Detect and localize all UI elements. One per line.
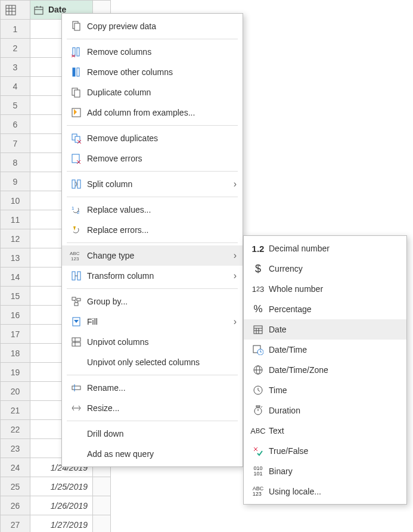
type-text[interactable]: ABC Text xyxy=(244,421,406,441)
svg-rect-12 xyxy=(77,48,79,56)
type-currency[interactable]: $ Currency xyxy=(244,259,406,279)
svg-rect-28 xyxy=(72,180,75,188)
locale-icon: ABC123 xyxy=(250,486,266,497)
date-cell[interactable]: 1/25/2019 xyxy=(30,477,93,496)
row-number[interactable]: 13 xyxy=(1,248,30,267)
menu-split-column[interactable]: Split column › xyxy=(62,174,243,194)
menu-remove-other-columns[interactable]: Remove other columns xyxy=(62,62,243,82)
svg-marker-20 xyxy=(74,109,77,115)
row-number[interactable]: 15 xyxy=(1,287,30,306)
type-binary[interactable]: 010101 Binary xyxy=(244,461,406,481)
datetime-icon xyxy=(253,344,263,355)
row-number[interactable]: 3 xyxy=(1,58,30,77)
currency-icon: $ xyxy=(250,263,266,275)
row-number[interactable]: 4 xyxy=(1,77,30,96)
menu-change-type[interactable]: ABC123 Change type › xyxy=(62,245,243,266)
row-number[interactable]: 1 xyxy=(1,20,30,39)
duration-icon xyxy=(253,405,263,416)
type-time[interactable]: Time xyxy=(244,380,406,400)
menu-drill-down[interactable]: Drill down xyxy=(62,424,243,444)
text-icon: ABC xyxy=(250,427,266,435)
menu-duplicate-column[interactable]: Duplicate column xyxy=(62,82,243,102)
svg-rect-35 xyxy=(72,272,75,280)
type-datetimezone[interactable]: Date/Time/Zone xyxy=(244,360,406,380)
menu-unpivot-selected[interactable]: Unpivot only selected columns xyxy=(62,352,243,372)
rename-icon xyxy=(71,382,82,393)
datetimezone-icon xyxy=(253,365,263,375)
calendar-icon xyxy=(34,5,44,15)
menu-add-as-query[interactable]: Add as new query xyxy=(62,444,243,464)
row-number[interactable]: 20 xyxy=(1,382,30,401)
menu-resize[interactable]: Resize... xyxy=(62,398,243,418)
menu-remove-columns[interactable]: Remove columns xyxy=(62,42,243,62)
row-number[interactable]: 18 xyxy=(1,344,30,363)
menu-fill[interactable]: Fill › xyxy=(62,312,243,332)
percentage-icon: % xyxy=(250,303,266,315)
type-datetime[interactable]: Date/Time xyxy=(244,340,406,360)
split-icon xyxy=(71,179,82,189)
menu-copy-preview[interactable]: Copy preview data xyxy=(62,16,243,36)
menu-add-from-examples[interactable]: Add column from examples... xyxy=(62,102,243,123)
date-cell[interactable]: 1/26/2019 xyxy=(30,496,93,515)
svg-rect-0 xyxy=(6,5,15,15)
row-number[interactable]: 7 xyxy=(1,134,30,153)
menu-rename[interactable]: Rename... xyxy=(62,378,243,398)
replace-vals-icon: 12 xyxy=(71,204,82,215)
type-using-locale[interactable]: ABC123 Using locale... xyxy=(244,481,406,502)
row-number[interactable]: 8 xyxy=(1,153,30,172)
duplicate-icon xyxy=(71,87,82,98)
row-number[interactable]: 21 xyxy=(1,401,30,420)
row-number[interactable]: 19 xyxy=(1,363,30,382)
row-number[interactable]: 24 xyxy=(1,458,30,477)
row-number[interactable]: 6 xyxy=(1,115,30,134)
menu-replace-values[interactable]: 12 Replace values... xyxy=(62,200,243,220)
menu-replace-errors[interactable]: Replace errors... xyxy=(62,220,243,240)
svg-rect-15 xyxy=(73,68,75,76)
type-whole[interactable]: 123 Whole number xyxy=(244,279,406,299)
type-percentage[interactable]: % Percentage xyxy=(244,299,406,319)
row-number[interactable]: 23 xyxy=(1,439,30,458)
date-cell[interactable]: 1/27/2019 xyxy=(30,515,93,533)
row-number[interactable]: 14 xyxy=(1,267,30,287)
row-number[interactable]: 5 xyxy=(1,96,30,115)
svg-text:1: 1 xyxy=(72,206,74,211)
row-number[interactable]: 22 xyxy=(1,420,30,439)
row-number[interactable]: 17 xyxy=(1,325,30,344)
remove-columns-icon xyxy=(71,46,82,57)
menu-remove-duplicates[interactable]: Remove duplicates xyxy=(62,128,243,148)
row-number[interactable]: 11 xyxy=(1,210,30,229)
svg-rect-10 xyxy=(74,23,80,30)
chevron-right-icon: › xyxy=(234,270,237,281)
remove-err-icon xyxy=(71,153,82,164)
svg-rect-40 xyxy=(74,303,78,306)
change-type-submenu: 1.2 Decimal number $ Currency 123 Whole … xyxy=(243,235,407,505)
grid-corner[interactable] xyxy=(1,1,30,20)
row-number[interactable]: 25 xyxy=(1,477,30,496)
type-date[interactable]: Date xyxy=(244,319,406,340)
svg-rect-16 xyxy=(77,68,79,76)
whole-icon: 123 xyxy=(250,285,266,294)
type-truefalse[interactable]: True/False xyxy=(244,441,406,461)
svg-rect-29 xyxy=(77,180,80,188)
svg-rect-68 xyxy=(256,406,260,407)
menu-transform-column[interactable]: Transform column › xyxy=(62,266,243,286)
row-number[interactable]: 2 xyxy=(1,39,30,58)
type-duration[interactable]: Duration xyxy=(244,400,406,421)
row-number[interactable]: 27 xyxy=(1,515,30,533)
row-number[interactable]: 26 xyxy=(1,496,30,515)
row-number[interactable]: 9 xyxy=(1,172,30,191)
row-number[interactable]: 16 xyxy=(1,306,30,325)
menu-unpivot[interactable]: Unpivot columns xyxy=(62,332,243,352)
menu-group-by[interactable]: Group by... xyxy=(62,291,243,312)
svg-line-41 xyxy=(74,300,76,303)
unpivot-icon xyxy=(71,337,82,347)
examples-icon xyxy=(71,107,82,118)
row-number[interactable]: 12 xyxy=(1,229,30,248)
svg-rect-51 xyxy=(254,326,262,334)
cell-extra xyxy=(93,477,111,496)
binary-icon: 010101 xyxy=(250,466,266,477)
type-decimal[interactable]: 1.2 Decimal number xyxy=(244,238,406,259)
svg-rect-18 xyxy=(74,90,80,97)
row-number[interactable]: 10 xyxy=(1,191,30,210)
menu-remove-errors[interactable]: Remove errors xyxy=(62,148,243,169)
